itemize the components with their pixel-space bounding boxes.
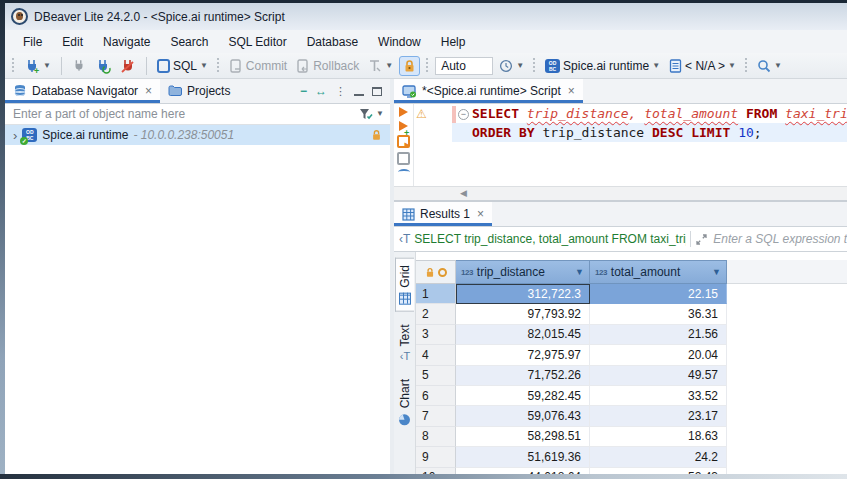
cell-trip-distance[interactable]: 82,015.45	[456, 325, 590, 345]
active-schema-selector[interactable]: < N/A > ▼	[666, 57, 739, 75]
menu-item-database[interactable]: Database	[297, 32, 368, 52]
row-number[interactable]: 7	[416, 406, 456, 426]
tab-sql-script[interactable]: *<Spice.ai runtime> Script ×	[394, 79, 583, 103]
grid-corner-cell[interactable]	[416, 260, 456, 284]
cell-total-amount[interactable]: 49.57	[590, 366, 727, 386]
table-row[interactable]: 571,752.2649.57	[416, 366, 847, 386]
new-connection-button[interactable]: + ▼	[21, 56, 54, 76]
code-line-2[interactable]: ORDER BY trip_distance DESC LIMIT 10;	[452, 123, 847, 142]
cell-total-amount[interactable]: 23.17	[590, 406, 727, 426]
close-icon[interactable]: ×	[145, 84, 152, 98]
fold-collapse-icon[interactable]: −	[458, 109, 469, 120]
tab-results-1[interactable]: Results 1 ×	[394, 202, 492, 226]
row-number[interactable]: 5	[416, 366, 456, 386]
results-tab-bar: Results 1 ×	[394, 202, 847, 227]
maximize-icon[interactable]	[372, 87, 382, 96]
row-number[interactable]: 6	[416, 386, 456, 406]
row-number[interactable]: 2	[416, 304, 456, 324]
cell-trip-distance[interactable]: 312,722.3	[456, 284, 590, 304]
connection-lock-toggle[interactable]	[399, 56, 420, 76]
collapse-all-icon[interactable]: −	[300, 84, 307, 98]
sql-editor-body[interactable]: + ⚠ − SELECT trip_distance, total_amount…	[394, 104, 847, 186]
cell-trip-distance[interactable]: 97,793.92	[456, 304, 590, 324]
menu-item-help[interactable]: Help	[431, 32, 476, 52]
tree-item-connection[interactable]: › ODBC Spice.ai runtime - 10.0.0.238:500…	[5, 125, 390, 145]
code-line-1[interactable]: SELECT trip_distance, total_amount FROM …	[472, 104, 847, 123]
scroll-left-arrow-icon[interactable]: ◀	[460, 188, 467, 198]
execute-script-button[interactable]	[397, 135, 410, 148]
cell-total-amount[interactable]: 36.31	[590, 304, 727, 324]
execute-new-tab-button[interactable]: +	[399, 121, 408, 131]
cell-trip-distance[interactable]: 58,298.51	[456, 427, 590, 447]
tx-history-button[interactable]: ▼	[496, 57, 527, 75]
cell-trip-distance[interactable]: 71,752.26	[456, 366, 590, 386]
table-row[interactable]: 297,793.9236.31	[416, 304, 847, 324]
row-number[interactable]: 9	[416, 447, 456, 467]
column-header-total-amount[interactable]: 123 total_amount ▼	[590, 260, 727, 284]
view-tab-grid[interactable]: Grid	[395, 258, 414, 312]
row-number[interactable]: 1	[416, 284, 456, 304]
cell-total-amount[interactable]: 33.52	[590, 386, 727, 406]
sql-code[interactable]: SELECT trip_distance, total_amount FROM …	[472, 104, 847, 142]
menu-item-navigate[interactable]: Navigate	[93, 32, 160, 52]
table-row[interactable]: 472,975.9720.04	[416, 345, 847, 365]
connect-button[interactable]	[69, 56, 89, 75]
title-bar[interactable]: DBeaver Lite 24.2.0 - <Spice.ai runtime>…	[5, 3, 847, 30]
sort-desc-icon[interactable]: ▼	[575, 267, 584, 277]
rollback-button[interactable]: Rollback	[293, 57, 362, 75]
table-row[interactable]: 659,282.4533.52	[416, 386, 847, 406]
active-connection-selector[interactable]: ODBC Spice.ai runtime ▼	[542, 57, 663, 75]
minimize-icon[interactable]	[354, 87, 364, 96]
editor-horizontal-scrollbar[interactable]: ◀	[394, 186, 847, 200]
menu-item-sql-editor[interactable]: SQL Editor	[218, 32, 296, 52]
table-row[interactable]: 858,298.5118.63	[416, 427, 847, 447]
tab-database-navigator[interactable]: Database Navigator ×	[5, 79, 160, 103]
expand-icon[interactable]	[695, 233, 708, 246]
row-number[interactable]: 8	[416, 427, 456, 447]
column-header-trip-distance[interactable]: 123 trip_distance ▼	[456, 260, 590, 284]
row-number[interactable]: 3	[416, 325, 456, 345]
tab-projects[interactable]: Projects	[160, 79, 238, 103]
table-row[interactable]: 759,076.4323.17	[416, 406, 847, 426]
cell-trip-distance[interactable]: 59,076.43	[456, 406, 590, 426]
cell-trip-distance[interactable]: 51,619.36	[456, 447, 590, 467]
view-tab-chart[interactable]: Chart	[396, 373, 414, 432]
link-with-editor-icon[interactable]: ↔	[315, 84, 327, 98]
cell-total-amount[interactable]: 22.15	[590, 284, 727, 304]
close-icon[interactable]: ×	[477, 207, 484, 221]
disconnect-button[interactable]	[117, 56, 139, 76]
cell-trip-distance[interactable]: 59,282.45	[456, 386, 590, 406]
cell-trip-distance[interactable]: 72,975.97	[456, 345, 590, 365]
expander-icon[interactable]: ›	[13, 128, 17, 143]
table-row[interactable]: 951,619.3624.2	[416, 447, 847, 467]
transaction-mode-button[interactable]: ▼	[365, 57, 396, 75]
sql-editor-button[interactable]: SQL ▼	[154, 57, 211, 75]
close-icon[interactable]: ×	[568, 84, 575, 98]
cell-total-amount[interactable]: 21.56	[590, 325, 727, 345]
object-filter-input[interactable]	[5, 107, 358, 121]
cell-total-amount[interactable]: 20.04	[590, 345, 727, 365]
menu-item-window[interactable]: Window	[368, 32, 431, 52]
table-row[interactable]: 1312,722.322.15	[416, 284, 847, 304]
menu-item-file[interactable]: File	[13, 32, 52, 52]
filter-funnel-icon[interactable]	[358, 107, 374, 121]
toolbar-grip	[425, 58, 430, 74]
reconnect-button[interactable]	[92, 56, 114, 76]
menu-item-edit[interactable]: Edit	[52, 32, 93, 52]
menu-item-search[interactable]: Search	[160, 32, 218, 52]
explain-plan-icon[interactable]	[398, 169, 410, 175]
search-button[interactable]: ▼	[754, 57, 785, 75]
chevron-down-icon[interactable]: ▼	[376, 110, 384, 118]
view-tab-text[interactable]: ‹T Text	[396, 318, 414, 367]
toolbar-grip	[216, 58, 221, 74]
cell-total-amount[interactable]: 18.63	[590, 427, 727, 447]
commit-button[interactable]: Commit	[226, 57, 290, 75]
row-number[interactable]: 4	[416, 345, 456, 365]
view-menu-icon[interactable]: ⋮	[335, 85, 346, 98]
execute-statement-button[interactable]	[399, 107, 408, 117]
sort-desc-icon[interactable]: ▼	[712, 267, 721, 277]
tx-mode-combo[interactable]: Auto	[435, 57, 493, 75]
sql-expression-placeholder[interactable]: Enter a SQL expression to	[713, 232, 847, 246]
table-row[interactable]: 382,015.4521.56	[416, 325, 847, 345]
cell-total-amount[interactable]: 24.2	[590, 447, 727, 467]
